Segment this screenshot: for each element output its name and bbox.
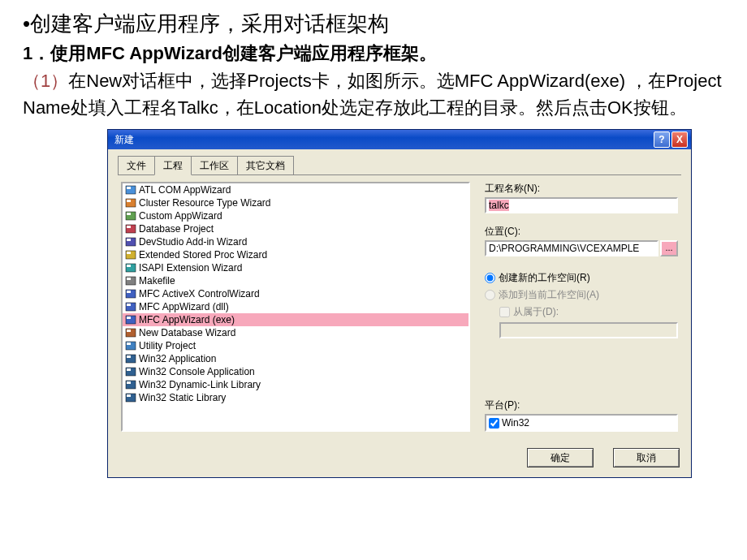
svg-rect-27 <box>127 355 131 358</box>
location-label: 位置(C): <box>485 225 678 239</box>
svg-rect-17 <box>127 291 131 293</box>
svg-rect-11 <box>127 252 131 254</box>
list-item[interactable]: Extended Stored Proc Wizard <box>123 248 468 261</box>
platform-check[interactable] <box>489 418 499 429</box>
wizard-icon <box>124 339 137 352</box>
list-item-label: MFC AppWizard (exe) <box>139 314 235 325</box>
list-item[interactable]: DevStudio Add-in Wizard <box>123 235 468 248</box>
step-heading: 1．使用MFC AppWizard创建客户端应用程序框架。 <box>23 41 724 66</box>
svg-rect-25 <box>127 342 131 345</box>
wizard-icon <box>124 326 137 339</box>
list-item-label: MFC AppWizard (dll) <box>139 301 229 312</box>
project-name-value: talkc <box>489 200 509 211</box>
wizard-icon <box>124 391 137 404</box>
list-item[interactable]: Win32 Static Library <box>123 391 468 404</box>
list-item-label: Win32 Console Application <box>139 366 255 377</box>
step1-tail: 创建客户端应用程序框架。 <box>222 43 437 63</box>
list-item[interactable]: MFC ActiveX ControlWizard <box>123 287 468 300</box>
wizard-icon <box>124 300 137 313</box>
tab-other[interactable]: 其它文档 <box>237 156 294 174</box>
svg-rect-21 <box>127 317 131 319</box>
svg-rect-13 <box>127 265 131 267</box>
bullet-heading: •创建客户端应用程序，采用对话框架构 <box>23 10 724 38</box>
svg-rect-7 <box>127 226 131 228</box>
list-item[interactable]: Makefile <box>123 274 468 287</box>
location-input[interactable]: D:\PROGRAMMING\VCEXAMPLE <box>485 240 658 256</box>
list-item[interactable]: New Database Wizard <box>123 326 468 339</box>
wizard-icon <box>124 248 137 261</box>
svg-rect-5 <box>127 213 131 215</box>
platform-label: 平台(P): <box>485 398 678 412</box>
list-item[interactable]: MFC AppWizard (dll) <box>123 300 468 313</box>
list-item[interactable]: Database Project <box>123 222 468 235</box>
list-item[interactable]: Cluster Resource Type Wizard <box>123 196 468 209</box>
depend-combo <box>499 322 678 338</box>
list-item-label: Utility Project <box>139 340 196 351</box>
svg-rect-19 <box>127 304 131 306</box>
wizard-icon <box>124 196 137 209</box>
list-item[interactable]: Custom AppWizard <box>123 209 468 222</box>
wizard-icon <box>124 261 137 274</box>
project-type-list[interactable]: ATL COM AppWizardCluster Resource Type W… <box>121 182 470 432</box>
depend-check: 从属于(D): <box>499 305 678 319</box>
list-item-label: New Database Wizard <box>139 327 235 338</box>
desc-text: 在New对话框中，选择Projects卡，如图所示。选MFC AppWizard… <box>23 71 722 118</box>
project-name-input[interactable]: talkc <box>485 197 678 213</box>
list-item[interactable]: Win32 Dynamic-Link Library <box>123 378 468 391</box>
help-button[interactable]: ? <box>654 131 670 148</box>
wizard-icon <box>124 222 137 235</box>
list-item-label: MFC ActiveX ControlWizard <box>139 288 260 299</box>
svg-rect-9 <box>127 239 131 241</box>
list-item[interactable]: Utility Project <box>123 339 468 352</box>
list-item[interactable]: MFC AppWizard (exe) <box>123 313 468 326</box>
tab-workspaces[interactable]: 工作区 <box>191 156 238 174</box>
list-item[interactable]: ISAPI Extension Wizard <box>123 261 468 274</box>
list-item-label: Win32 Application <box>139 353 216 364</box>
tab-projects[interactable]: 工程 <box>154 156 192 175</box>
browse-button[interactable]: ... <box>660 240 678 256</box>
ok-button[interactable]: 确定 <box>527 448 594 467</box>
wizard-icon <box>124 365 137 378</box>
svg-rect-1 <box>127 187 131 189</box>
radio-add-workspace: 添加到当前工作空间(A) <box>485 288 678 302</box>
depend-check-input <box>499 307 510 317</box>
wizard-icon <box>124 235 137 248</box>
wizard-icon <box>124 183 137 196</box>
list-item-label: Makefile <box>139 275 175 286</box>
step1-bold: MFC AppWizard <box>86 43 222 63</box>
radio-add-label: 添加到当前工作空间(A) <box>499 288 599 302</box>
radio-new-workspace[interactable]: 创建新的工作空间(R) <box>485 271 678 285</box>
radio-new-workspace-input[interactable] <box>485 273 495 283</box>
tab-files[interactable]: 文件 <box>118 156 155 174</box>
list-item-label: Database Project <box>139 223 214 235</box>
step1-description: （1）在New对话框中，选择Projects卡，如图所示。选MFC AppWiz… <box>23 67 724 121</box>
wizard-icon <box>124 378 137 391</box>
list-item-label: Win32 Static Library <box>139 392 226 403</box>
new-dialog: 新建 ? X 文件 工程 工作区 其它文档 ATL COM AppWizardC… <box>107 129 692 478</box>
titlebar[interactable]: 新建 ? X <box>108 130 691 149</box>
wizard-icon <box>124 313 137 326</box>
list-item-label: Win32 Dynamic-Link Library <box>139 379 261 390</box>
list-item-label: ATL COM AppWizard <box>139 184 231 196</box>
platform-list[interactable]: Win32 <box>485 414 678 432</box>
cancel-button[interactable]: 取消 <box>613 448 680 467</box>
project-name-label: 工程名称(N): <box>485 182 678 196</box>
list-item[interactable]: Win32 Application <box>123 352 468 365</box>
list-item-label: Cluster Resource Type Wizard <box>139 197 271 209</box>
svg-rect-29 <box>127 368 131 371</box>
svg-rect-33 <box>127 394 131 397</box>
wizard-icon <box>124 209 137 222</box>
radio-new-label: 创建新的工作空间(R) <box>499 271 590 285</box>
platform-value: Win32 <box>502 417 529 429</box>
radio-add-workspace-input <box>485 290 495 300</box>
wizard-icon <box>124 287 137 300</box>
list-item[interactable]: ATL COM AppWizard <box>123 183 468 196</box>
wizard-icon <box>124 274 137 287</box>
list-item-label: Extended Stored Proc Wizard <box>139 249 267 261</box>
list-item[interactable]: Win32 Console Application <box>123 365 468 378</box>
svg-rect-31 <box>127 381 131 384</box>
step1-label: 1．使用 <box>23 43 86 63</box>
svg-rect-15 <box>127 278 131 280</box>
tab-strip: 文件 工程 工作区 其它文档 <box>118 156 681 175</box>
close-button[interactable]: X <box>671 131 688 148</box>
